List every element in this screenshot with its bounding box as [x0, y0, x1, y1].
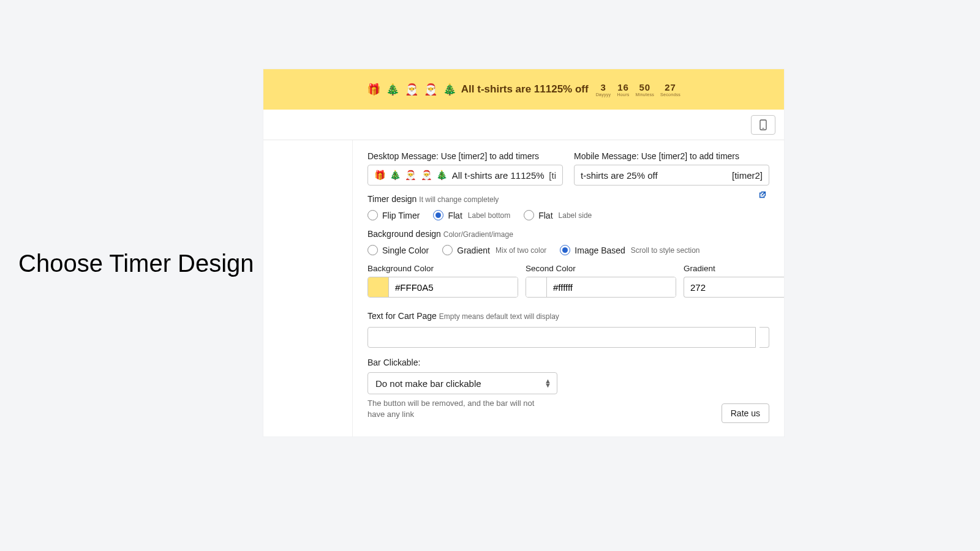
- countdown-seconds-label: Secondss: [660, 92, 680, 97]
- gradient-label: Gradient: [684, 264, 784, 273]
- radio-gradient-label: Gradient: [457, 246, 490, 255]
- countdown-hours: 16 Hours: [617, 82, 629, 97]
- radio-flat-bottom[interactable]: Flat Label bottom: [433, 210, 510, 220]
- cart-text-section: Text for Cart Page Empty means default t…: [368, 311, 769, 321]
- background-design-section: Background design Color/Gradient/image: [368, 229, 769, 239]
- gradient-angle-field[interactable]: [684, 277, 784, 298]
- banner-text: All t-shirts are 11125% off: [461, 83, 589, 96]
- radio-gradient-hint: Mix of two color: [496, 246, 546, 255]
- desktop-input-suffix: [ti: [549, 170, 556, 181]
- banner-emojis: 🎁 🎄 🎅 🎅 🎄: [367, 83, 458, 96]
- desktop-message-label: Desktop Message: Use [timer2] to add tim…: [368, 151, 563, 161]
- desktop-message-field[interactable]: [452, 170, 546, 181]
- radio-flip-timer-label: Flip Timer: [382, 211, 420, 220]
- radio-single-color[interactable]: Single Color: [368, 245, 429, 255]
- timer-design-section: Timer design It will change completely: [368, 194, 769, 204]
- mobile-message-input[interactable]: [timer2]: [574, 165, 769, 186]
- radio-single-color-label: Single Color: [382, 246, 429, 255]
- preview-toolbar: [263, 110, 784, 140]
- countdown-minutes: 50 Minutess: [636, 82, 654, 97]
- svg-rect-1: [763, 128, 764, 129]
- second-color-label: Second Color: [526, 264, 676, 273]
- open-external-icon[interactable]: [758, 190, 767, 201]
- cart-text-label: Text for Cart Page: [368, 311, 437, 321]
- background-color-swatch[interactable]: [368, 277, 389, 297]
- bar-clickable-select[interactable]: Do not make bar clickable: [368, 372, 557, 394]
- radio-flat-side[interactable]: Flat Label side: [524, 210, 592, 220]
- second-color-field[interactable]: [547, 277, 676, 297]
- background-color-label: Background Color: [368, 264, 518, 273]
- countdown-minutes-value: 50: [636, 82, 654, 92]
- radio-flat-bottom-hint: Label bottom: [468, 211, 510, 220]
- select-caret-icon: ▲▼: [545, 379, 551, 388]
- timer-design-hint: It will change completely: [419, 195, 499, 204]
- countdown-seconds: 27 Secondss: [660, 82, 680, 97]
- desktop-message-input[interactable]: 🎁 🎄 🎅 🎅 🎄 [ti: [368, 165, 563, 186]
- background-color-input[interactable]: [368, 277, 518, 298]
- background-color-field[interactable]: [389, 277, 518, 297]
- radio-flat-bottom-label: Flat: [448, 211, 462, 220]
- banner-countdown: 3 Dayyyy 16 Hours 50 Minutess 27 Seconds…: [596, 82, 681, 97]
- countdown-minutes-label: Minutess: [636, 92, 654, 97]
- second-color-swatch[interactable]: [526, 277, 547, 297]
- preview-banner: 🎁 🎄 🎅 🎅 🎄 All t-shirts are 11125% off 3 …: [263, 69, 784, 110]
- countdown-days-value: 3: [596, 82, 611, 92]
- page-caption: Choose Timer Design: [18, 250, 254, 277]
- radio-image-based-label: Image Based: [575, 246, 625, 255]
- radio-gradient[interactable]: Gradient Mix of two color: [442, 245, 546, 255]
- radio-flat-side-label: Flat: [538, 211, 552, 220]
- bar-clickable-value: Do not make bar clickable: [375, 378, 481, 389]
- timer-design-radios: Flip Timer Flat Label bottom Flat Label …: [368, 210, 769, 220]
- radio-flip-timer[interactable]: Flip Timer: [368, 210, 420, 220]
- radio-flat-side-hint: Label side: [559, 211, 592, 220]
- background-design-hint: Color/Gradient/image: [443, 230, 513, 239]
- second-color-input[interactable]: [526, 277, 676, 298]
- mobile-message-field[interactable]: [581, 170, 728, 181]
- mobile-icon: [760, 119, 767, 130]
- rate-us-button[interactable]: Rate us: [722, 403, 769, 423]
- timer-design-label: Timer design: [368, 194, 417, 204]
- app-frame: 🎁 🎄 🎅 🎅 🎄 All t-shirts are 11125% off 3 …: [263, 69, 784, 437]
- bar-clickable-label: Bar Clickable:: [368, 358, 769, 367]
- mobile-preview-button[interactable]: [751, 115, 775, 135]
- settings-panel: Desktop Message: Use [timer2] to add tim…: [352, 140, 784, 437]
- mobile-message-label: Mobile Message: Use [timer2] to add time…: [574, 151, 769, 161]
- cart-text-hint: Empty means default text will display: [439, 312, 559, 321]
- radio-image-based[interactable]: Image Based Scroll to style section: [560, 245, 699, 255]
- bar-clickable-help: The button will be removed, and the bar …: [368, 398, 551, 419]
- countdown-days-label: Dayyyy: [596, 92, 611, 97]
- desktop-input-emojis: 🎁 🎄 🎅 🎅 🎄: [374, 170, 448, 181]
- countdown-hours-label: Hours: [617, 92, 629, 97]
- radio-image-based-hint: Scroll to style section: [631, 246, 700, 255]
- background-design-radios: Single Color Gradient Mix of two color I…: [368, 245, 769, 255]
- cart-text-input[interactable]: [368, 327, 756, 348]
- gradient-input[interactable]: Angle: [684, 277, 784, 298]
- countdown-hours-value: 16: [617, 82, 629, 92]
- mobile-timer-tag: [timer2]: [732, 170, 763, 181]
- countdown-seconds-value: 27: [660, 82, 680, 92]
- background-design-label: Background design: [368, 229, 441, 239]
- countdown-days: 3 Dayyyy: [596, 82, 611, 97]
- cart-text-addon[interactable]: [760, 327, 769, 348]
